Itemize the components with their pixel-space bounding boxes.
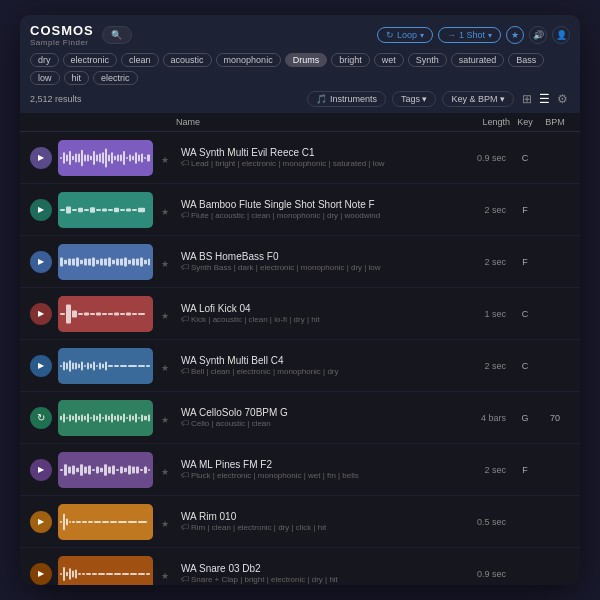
sample-row[interactable]: ▶★WA Synth Multi Evil Reece C1🏷Lead | br…: [20, 132, 580, 184]
name-column: WA Snare 03 Db2🏷Snare + Clap | bright | …: [181, 563, 455, 584]
tag-chip-drums[interactable]: Drums: [285, 53, 328, 67]
tag-chip-synth[interactable]: Synth: [408, 53, 447, 67]
tag-chip-electric[interactable]: electric: [93, 71, 138, 85]
one-shot-button[interactable]: → 1 Shot ▾: [438, 27, 501, 43]
volume-button[interactable]: 🔊: [529, 26, 547, 44]
svg-rect-145: [108, 466, 111, 473]
svg-rect-148: [120, 466, 123, 473]
star-button[interactable]: ★: [161, 415, 169, 425]
svg-rect-37: [102, 208, 107, 211]
length-column: 0.5 sec: [455, 517, 510, 527]
key-bpm-filter[interactable]: Key & BPM ▾: [442, 91, 514, 107]
loop-button[interactable]: ↻ Loop ▾: [377, 27, 433, 43]
play-button[interactable]: ▶: [30, 563, 52, 585]
svg-rect-168: [128, 521, 137, 523]
svg-rect-57: [112, 259, 115, 263]
svg-rect-102: [146, 365, 150, 367]
tag-icon: 🏷: [181, 419, 189, 428]
star-button[interactable]: ★: [161, 311, 169, 321]
sample-row[interactable]: ▶★WA Synth Multi Bell C4🏷Bell | clean | …: [20, 340, 580, 392]
loop-play-icon: ↻: [37, 412, 45, 423]
star-button[interactable]: ★: [161, 467, 169, 477]
settings-button[interactable]: ⚙: [555, 91, 570, 107]
tag-chip-acoustic[interactable]: acoustic: [163, 53, 212, 67]
svg-rect-171: [63, 567, 65, 581]
waveform: [58, 296, 153, 332]
play-button[interactable]: ▶: [30, 147, 52, 169]
star-column: ★: [161, 409, 177, 427]
waveform: [58, 400, 153, 436]
svg-rect-34: [84, 209, 89, 211]
tag-chip-dry[interactable]: dry: [30, 53, 59, 67]
star-button[interactable]: ★: [161, 259, 169, 269]
svg-rect-77: [120, 313, 125, 315]
svg-rect-182: [114, 573, 121, 575]
svg-rect-124: [123, 413, 125, 422]
tag-text: Synth Bass | dark | electronic | monopho…: [191, 263, 381, 272]
waveform: [58, 140, 153, 176]
grid-view-button[interactable]: ⊞: [520, 91, 534, 107]
tag-chip-saturated[interactable]: saturated: [451, 53, 505, 67]
key-column: F: [510, 465, 540, 475]
play-button[interactable]: ▶: [30, 459, 52, 481]
svg-rect-78: [126, 312, 131, 315]
star-button[interactable]: ★: [161, 363, 169, 373]
tag-chip-low[interactable]: low: [30, 71, 60, 85]
svg-rect-125: [126, 417, 128, 419]
sample-row[interactable]: ▶★WA Lofi Kick 04🏷Kick | acoustic | clea…: [20, 288, 580, 340]
svg-rect-72: [90, 313, 95, 315]
svg-rect-149: [124, 467, 127, 471]
svg-rect-139: [84, 466, 87, 473]
star-button[interactable]: ★: [161, 571, 169, 581]
star-button[interactable]: ★: [161, 155, 169, 165]
instruments-filter[interactable]: 🎵 Instruments: [307, 91, 386, 107]
star-button[interactable]: ★: [161, 207, 169, 217]
sample-tags: 🏷Pluck | electronic | monophonic | wet |…: [181, 471, 455, 480]
name-column: WA ML Pines FM F2🏷Pluck | electronic | m…: [181, 459, 455, 480]
star-button[interactable]: ★: [161, 519, 169, 529]
sample-row[interactable]: ▶★WA Snare 03 Db2🏷Snare + Clap | bright …: [20, 548, 580, 585]
svg-rect-90: [87, 362, 89, 369]
tags-filter[interactable]: Tags ▾: [392, 91, 437, 107]
tag-icon: 🏷: [181, 315, 189, 324]
tag-chip-wet[interactable]: wet: [374, 53, 404, 67]
svg-rect-136: [72, 465, 75, 474]
svg-rect-175: [75, 569, 77, 578]
tag-chip-bass[interactable]: Bass: [508, 53, 544, 67]
svg-rect-74: [102, 313, 107, 315]
svg-rect-138: [80, 464, 83, 476]
user-icon: 👤: [556, 30, 567, 40]
svg-rect-28: [144, 157, 146, 159]
sample-name: WA BS HomeBass F0: [181, 251, 455, 262]
play-button[interactable]: ▶: [30, 303, 52, 325]
sample-row[interactable]: ▶★WA Bamboo Flute Single Shot Short Note…: [20, 184, 580, 236]
list-view-button[interactable]: ☰: [537, 91, 552, 107]
tag-icon: 🏷: [181, 523, 189, 532]
user-button[interactable]: 👤: [552, 26, 570, 44]
play-button[interactable]: ▶: [30, 251, 52, 273]
sample-row[interactable]: ▶★WA Rim 010🏷Rim | clean | electronic | …: [20, 496, 580, 548]
filter-controls: 🎵 Instruments Tags ▾ Key & BPM ▾ ⊞ ☰ ⚙: [307, 91, 570, 107]
waveform: [58, 192, 153, 228]
svg-rect-123: [120, 415, 122, 419]
svg-rect-184: [130, 573, 137, 575]
play-button[interactable]: ▶: [30, 199, 52, 221]
tag-chip-clean[interactable]: clean: [121, 53, 159, 67]
tag-chip-bright[interactable]: bright: [331, 53, 370, 67]
star-filter-button[interactable]: ★: [506, 26, 524, 44]
play-icon: ▶: [38, 465, 44, 474]
tag-chip-monophonic[interactable]: monophonic: [216, 53, 281, 67]
tag-chip-electronic[interactable]: electronic: [63, 53, 118, 67]
svg-rect-84: [69, 360, 71, 372]
play-button[interactable]: ▶: [30, 355, 52, 377]
svg-rect-27: [141, 153, 143, 162]
sample-row[interactable]: ↻★WA CelloSolo 70BPM G🏷Cello | acoustic …: [20, 392, 580, 444]
sample-row[interactable]: ▶★WA BS HomeBass F0🏷Synth Bass | dark | …: [20, 236, 580, 288]
svg-rect-89: [84, 365, 86, 367]
play-button[interactable]: ↻: [30, 407, 52, 429]
search-box[interactable]: 🔍: [102, 26, 132, 44]
svg-rect-105: [66, 417, 68, 419]
sample-row[interactable]: ▶★WA ML Pines FM F2🏷Pluck | electronic |…: [20, 444, 580, 496]
play-button[interactable]: ▶: [30, 511, 52, 533]
tag-chip-hit[interactable]: hit: [64, 71, 90, 85]
